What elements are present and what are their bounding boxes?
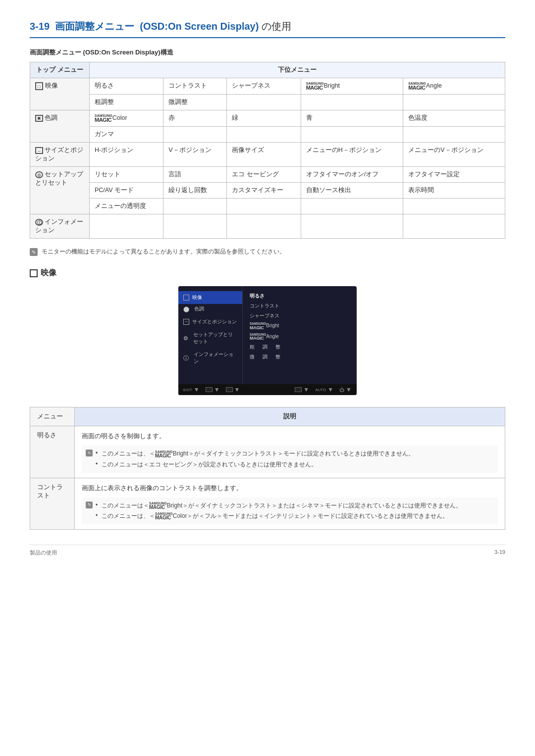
sub-empty1 [227,95,301,110]
bottom-exit: EXIT ▼ [183,386,200,393]
monitor-item-info: ⓘインフォメーション [178,348,242,368]
sub-info2 [163,214,227,239]
monitor-right-brightness: 明るさ [250,291,350,301]
sub-h-pos: H-ポジション [90,143,163,167]
monitor-right-fine: 微 調 整 [250,352,350,362]
bottom-power: ⏻ ▼ [339,386,352,393]
sub-menu-v-pos: メニューのV－ポジション [403,143,505,167]
sub-eco: エコ セービング [227,167,301,183]
desc-note-icon-brightness: ✎ [86,450,93,456]
sub-magic-color: SAMSUNGMAGICColor [90,110,163,127]
sub-blue: 青 [301,110,403,127]
desc-content-brightness: 画面の明るさを制御します。 ✎ このメニューは、＜SAMSUNGMAGICBri… [75,426,505,478]
top-menu-info: ⓘインフォメーション [30,214,90,239]
sub-color-temp: 色温度 [403,110,505,127]
video-section-heading: 映像 [30,268,505,278]
desc-col-menu: メニュー [30,407,75,426]
monitor-item-video: 映像 [178,291,242,304]
top-menu-size: ↔サイズとポジション [30,143,90,167]
footer-right: 3-19 [494,549,505,556]
sub-empty7 [403,127,505,143]
sub-info1 [90,214,163,239]
note-icon: ✎ [30,248,38,256]
sub-custom-key: カスタマイズキー [227,183,301,199]
sub-empty9 [227,199,301,214]
monitor-bottom-bar: EXIT ▼ ▼ ▼ ▼ AUTO ▼ ⏻ ▼ [178,384,357,395]
sub-menu-h-pos: メニューのH－ポジション [301,143,403,167]
monitor-item-color: ⬤色調 [178,304,242,315]
osd-structure-table: トップ メニュー 下位メニュー □映像 明るさ コントラスト シャープネス SA… [30,62,505,239]
sub-sharpness: シャープネス [227,78,301,95]
sub-repeat: 繰り返し回数 [163,183,227,199]
sub-pcav: PC/AV モード [90,183,163,199]
monitor-right-menu: 明るさ コントラスト シャープネス SAMSUNGMAGICBright SAM… [243,286,357,395]
sub-gamma: ガンマ [90,127,163,143]
monitor-right-magic-bright: SAMSUNGMAGICBright [250,321,350,332]
note-row: ✎ モニターの機能はモデルによって異なることがあります。実際の製品を参照してくだ… [30,248,505,256]
sub-empty2 [301,95,403,110]
monitor-right-sharpness: シャープネス [250,311,350,321]
bottom-btn2: ▼ [226,386,240,393]
desc-note-list-brightness: このメニューは、＜SAMSUNGMAGICBright＞が＜ダイナミックコントラ… [96,449,414,469]
sub-display-time: 表示時間 [403,183,505,199]
sub-fine: 微調整 [163,95,227,110]
sub-green: 緑 [227,110,301,127]
monitor-right-coarse: 粗 調 整 [250,342,350,352]
monitor-display: 映像 ⬤色調 ↔サイズとポジション ⚙セットアップとリセット ⓘインフォメーショ… [178,286,357,395]
sub-v-pos: V－ポジション [163,143,227,167]
title-paren: (OSD:On Screen Display) [140,21,259,32]
page-footer: 製品の使用 3-19 [30,545,505,556]
sub-info3 [227,214,301,239]
sub-menu-trans: メニューの透明度 [90,199,163,214]
desc-note-list-contrast: このメニューは＜SAMSUNGMAGICBright＞が＜ダイナミックコントラス… [96,501,462,522]
monitor-item-setup: ⚙セットアップとリセット [178,328,242,348]
video-icon [30,269,38,277]
footer-left: 製品の使用 [30,549,57,556]
sub-empty3 [403,95,505,110]
top-menu-video: □映像 [30,78,90,110]
title-main: 画面調整メニュー [55,21,134,32]
bottom-btn1: ▼ [206,386,220,393]
sub-magic-bright: SAMSUNGMAGICBright [301,78,403,95]
sub-img-size: 画像サイズ [227,143,301,167]
top-menu-color: ▣色調 [30,110,90,143]
sub-brightness: 明るさ [90,78,163,95]
col-sub-menu: 下位メニュー [90,62,505,78]
sub-empty6 [301,127,403,143]
sub-info5 [403,214,505,239]
page-title: 3-19 画面調整メニュー (OSD:On Screen Display) の使… [30,20,505,38]
monitor-right-contrast: コントラスト [250,301,350,311]
video-heading-label: 映像 [41,268,56,278]
note-text: モニターの機能はモデルによって異なることがあります。実際の製品を参照してください… [42,248,285,256]
sub-contrast: コントラスト [163,78,227,95]
sub-info4 [301,214,403,239]
monitor-screenshot: 映像 ⬤色調 ↔サイズとポジション ⚙セットアップとリセット ⓘインフォメーショ… [30,286,505,395]
sub-empty4 [163,127,227,143]
title-suffix: の使用 [262,21,291,32]
col-top-menu: トップ メニュー [30,62,90,78]
title-number: 3-19 [30,21,50,32]
desc-table: メニュー 説明 明るさ 画面の明るさを制御します。 ✎ このメニューは、＜SAM… [30,407,505,530]
sub-language: 言語 [163,167,227,183]
sub-empty5 [227,127,301,143]
sub-red: 赤 [163,110,227,127]
sub-auto-source: 自動ソース検出 [301,183,403,199]
sub-coarse: 粗調整 [90,95,163,110]
desc-menu-contrast: コントラスト [30,478,75,530]
monitor-right-magic-angle: SAMSUNGMAGICAngle [250,332,350,343]
top-menu-setup: ⚙セットアップとリセット [30,167,90,214]
sub-magic-angle: SAMSUNGMAGICAngle [403,78,505,95]
sub-off-timer-set: オフタイマー設定 [403,167,505,183]
monitor-item-size: ↔サイズとポジション [178,315,242,328]
sub-empty8 [163,199,227,214]
sub-off-timer-onoff: オフタイマーのオン/オフ [301,167,403,183]
desc-content-contrast: 画面上に表示される画像のコントラストを調整します。 ✎ このメニューは＜SAMS… [75,478,505,530]
osd-subtitle: 画面調整メニュー (OSD:On Screen Display)構造 [30,48,505,57]
sub-empty11 [403,199,505,214]
desc-note-icon-contrast: ✎ [86,502,93,508]
monitor-left-menu: 映像 ⬤色調 ↔サイズとポジション ⚙セットアップとリセット ⓘインフォメーショ… [178,286,243,395]
bottom-btn3: ▼ [295,386,309,393]
bottom-auto: AUTO ▼ [315,386,333,393]
desc-menu-brightness: 明るさ [30,426,75,478]
sub-reset: リセット [90,167,163,183]
